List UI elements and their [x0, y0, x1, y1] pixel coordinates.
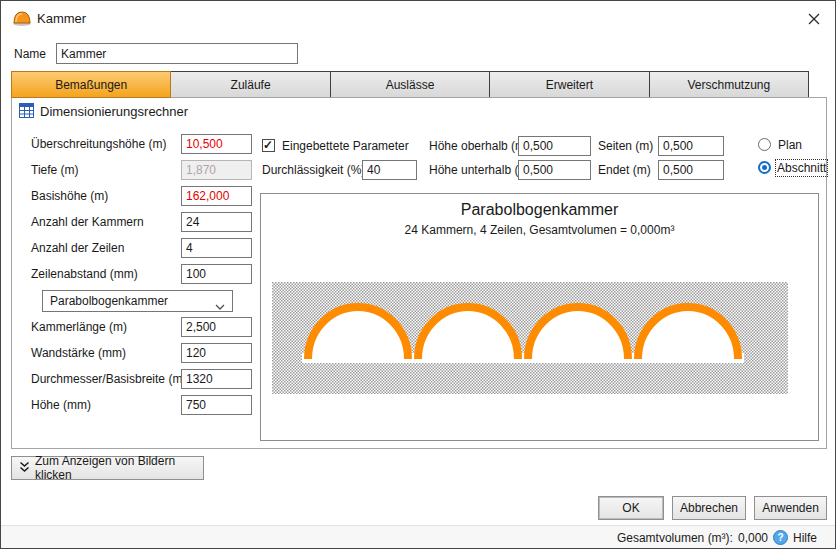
tab-erweitert[interactable]: Erweitert — [489, 71, 649, 98]
chamber-icon — [11, 8, 33, 27]
field-label-kammerlaenge: Kammerlänge (m) — [31, 317, 127, 337]
field-label-hoehe: Höhe (mm) — [31, 395, 91, 415]
field-input-anzahl-kammern[interactable] — [181, 212, 252, 232]
field-label-durchmesser: Durchmesser/Basisbreite (mm) — [31, 369, 196, 389]
field-label-ueberschreitungshoehe: Überschreitungshöhe (m) — [31, 134, 166, 154]
field-label-zeilenabstand: Zeilenabstand (mm) — [31, 264, 138, 284]
field-input-hoehe[interactable] — [181, 395, 252, 415]
preview-subtitle: 24 Kammern, 4 Zeilen, Gesamtvolumen = 0,… — [261, 223, 818, 237]
hoehe-unterhalb-input[interactable] — [518, 160, 591, 180]
calculator-grid-icon — [19, 103, 34, 118]
durchlaessigkeit-label: Durchlässigkeit (%) — [262, 160, 365, 180]
radio-abschnitt[interactable] — [758, 161, 771, 174]
field-input-durchmesser[interactable] — [181, 369, 252, 389]
field-input-ueberschreitungshoehe[interactable] — [181, 134, 252, 154]
tab-verschmutzung[interactable]: Verschmutzung — [649, 71, 809, 98]
field-input-basishoehe[interactable] — [181, 186, 252, 206]
seiten-input[interactable] — [658, 136, 724, 156]
durchlaessigkeit-input[interactable] — [362, 160, 417, 180]
help-link[interactable]: Hilfe — [793, 531, 817, 545]
radio-abschnitt-label[interactable]: Abschnitt — [777, 161, 826, 175]
total-volume-label: Gesamtvolumen (m³): — [617, 531, 733, 545]
tab-bemassungen[interactable]: Bemaßungen — [11, 71, 171, 98]
window-title: Kammer — [37, 11, 86, 26]
radio-plan[interactable] — [758, 138, 771, 151]
chevron-down-icon — [215, 299, 225, 313]
name-label: Name — [14, 47, 46, 61]
field-input-kammerlaenge[interactable] — [181, 317, 252, 337]
titlebar: Kammer — [1, 1, 835, 35]
field-label-anzahl-kammern: Anzahl der Kammern — [31, 212, 144, 232]
double-chevron-down-icon — [19, 461, 30, 476]
field-label-anzahl-zeilen: Anzahl der Zeilen — [31, 238, 124, 258]
status-bar: Gesamtvolumen (m³): 0,000 ? Hilfe — [1, 525, 835, 549]
embedded-params-label: Eingebettete Parameter — [282, 139, 409, 153]
svg-text:?: ? — [777, 532, 783, 543]
field-label-tiefe: Tiefe (m) — [31, 160, 79, 180]
chamber-type-select[interactable]: Parabolbogenkammer — [42, 290, 233, 312]
field-input-wandstaerke[interactable] — [181, 343, 252, 363]
cancel-button[interactable]: Abbrechen — [672, 496, 746, 520]
tab-zulaeufe[interactable]: Zuläufe — [170, 71, 330, 98]
preview-title: Parabolbogenkammer — [261, 201, 818, 219]
radio-plan-label[interactable]: Plan — [778, 138, 802, 152]
hoehe-oberhalb-label: Höhe oberhalb (m) — [429, 136, 529, 156]
section-title: Dimensionierungsrechner — [40, 104, 188, 119]
field-input-anzahl-zeilen[interactable] — [181, 238, 252, 258]
chamber-diagram — [272, 282, 788, 394]
field-label-basishoehe: Basishöhe (m) — [31, 186, 108, 206]
show-images-label: Zum Anzeigen von Bildern klicken — [35, 454, 203, 482]
tab-bar: Bemaßungen Zuläufe Auslässe Erweitert Ve… — [11, 71, 809, 98]
ok-button[interactable]: OK — [598, 496, 664, 520]
endet-label: Endet (m) — [598, 160, 651, 180]
field-label-wandstaerke: Wandstärke (mm) — [31, 343, 126, 363]
field-input-zeilenabstand[interactable] — [181, 264, 252, 284]
chamber-preview: Parabolbogenkammer 24 Kammern, 4 Zeilen,… — [260, 193, 819, 441]
apply-button[interactable]: Anwenden — [754, 496, 827, 520]
chamber-type-value: Parabolbogenkammer — [50, 294, 168, 308]
tab-auslaesse[interactable]: Auslässe — [330, 71, 490, 98]
name-input[interactable] — [56, 43, 298, 64]
show-images-button[interactable]: Zum Anzeigen von Bildern klicken — [11, 456, 204, 480]
kammer-dialog: Kammer Name Bemaßungen Zuläufe Auslässe … — [0, 0, 836, 549]
help-question-icon[interactable]: ? — [773, 530, 788, 545]
seiten-label: Seiten (m) — [598, 136, 653, 156]
hoehe-oberhalb-input[interactable] — [518, 136, 591, 156]
embedded-params-checkbox[interactable] — [262, 139, 275, 152]
total-volume-value: 0,000 — [738, 531, 768, 545]
hoehe-unterhalb-label: Höhe unterhalb (m) — [429, 160, 532, 180]
close-icon[interactable] — [803, 9, 825, 29]
endet-input[interactable] — [658, 160, 724, 180]
field-input-tiefe — [181, 160, 252, 180]
